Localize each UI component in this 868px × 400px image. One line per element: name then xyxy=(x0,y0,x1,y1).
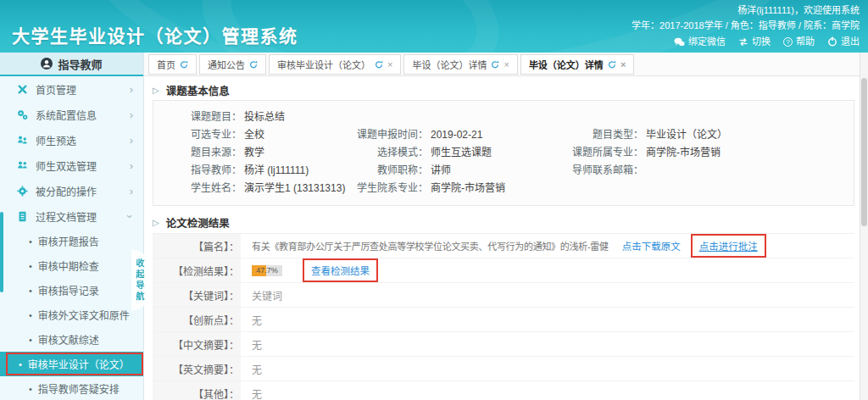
vertical-scrollbar-thumb[interactable] xyxy=(861,78,867,226)
app-title: 大学生毕业设计（论文）管理系统 xyxy=(12,22,298,47)
info-row: 课题题目：投标总结 xyxy=(153,108,854,126)
tab-bar: 首页 通知公告 审核毕业设计（论文） × 毕设（论文）详情 × 毕设（论文）详情… xyxy=(144,53,868,76)
gears-icon xyxy=(17,109,28,120)
annotation-box-view-result: 查看检测结果 xyxy=(303,258,378,282)
section-detection-header: ▷ 论文检测结果 xyxy=(153,214,868,230)
detection-row-innovation: 【创新点】： 无 xyxy=(153,308,854,332)
bullet-icon: • xyxy=(29,384,32,394)
document-icon xyxy=(17,211,28,222)
chevron-right-icon: › xyxy=(130,160,133,171)
basic-info-panel: 课题题目：投标总结 可选专业：全校 课题申报时间：2019-02-21 题目类型… xyxy=(153,100,854,206)
sidebar-subitem-review-proposal[interactable]: • 审核开题报告 xyxy=(0,229,143,253)
tools-icon xyxy=(17,84,28,95)
sidebar-item-preselect[interactable]: 师生预选 › xyxy=(0,127,143,153)
section-title: 课题基本信息 xyxy=(166,82,230,98)
section-basic-info-header: ▷ 课题基本信息 xyxy=(153,82,868,97)
sidebar-item-process-docs[interactable]: 过程文档管理 › xyxy=(0,203,143,229)
page-content: ▷ 课题基本信息 课题题目：投标总结 可选专业：全校 课题申报时间：2019-0… xyxy=(144,82,868,400)
section-marker-icon: ▷ xyxy=(153,218,159,227)
wechat-icon xyxy=(674,37,685,47)
sidebar-subitem-review-translation[interactable]: • 审核外文译文和原件 xyxy=(0,303,143,327)
paper-title-value: 有关《教育部办公厅关于严厉查处高等学校学位论文买卖、代写行为的通知》的浅析-雷健 xyxy=(252,239,609,253)
section-marker-icon: ▷ xyxy=(153,86,159,95)
bullet-icon: • xyxy=(29,310,32,320)
sidebar-item-home-management[interactable]: 首页管理 › xyxy=(0,76,143,102)
refresh-icon[interactable] xyxy=(608,60,616,69)
detection-row-keywords: 【关键词】： 关键词 xyxy=(153,283,854,308)
help-button[interactable]: ? 帮助 xyxy=(783,34,815,49)
detection-row-result: 【检测结果】： 47.7% 查看检测结果 xyxy=(153,258,854,283)
switch-role-button[interactable]: 切换 xyxy=(738,34,771,49)
sidebar-subitem-review-literature[interactable]: • 审核文献综述 xyxy=(0,327,143,352)
sidebar-subitem-review-guidance[interactable]: • 审核指导记录 xyxy=(0,278,143,303)
refresh-icon[interactable] xyxy=(491,60,499,69)
bind-wechat-button[interactable]: 绑定微信 xyxy=(674,34,726,49)
logout-button[interactable]: 退出 xyxy=(827,34,860,49)
info-row: 学生姓名：演示学生1 (13131313) 学生院系专业：商学院-市场营销 xyxy=(153,180,854,197)
vertical-scrollbar[interactable] xyxy=(860,53,868,400)
user-icon xyxy=(41,58,53,69)
bullet-icon: • xyxy=(29,261,32,271)
chevron-down-icon: › xyxy=(124,214,135,218)
role-title: 指导教师 xyxy=(58,56,102,72)
detection-row-cn-abstract: 【中文摘要】： 无 xyxy=(153,332,854,357)
detection-table: 【篇名】： 有关《教育部办公厅关于严厉查处高等学校学位论文买卖、代写行为的通知》… xyxy=(153,233,854,400)
annotate-link[interactable]: 点击进行批注 xyxy=(699,239,758,253)
tab-thesis-detail-2[interactable]: 毕设（论文）详情 × xyxy=(520,54,634,75)
detection-row-other: 【其他】： 无 xyxy=(153,381,854,400)
info-row: 指导教师：杨洋 (lj111111) 教师职称：讲师 导师联系邮箱： xyxy=(153,162,854,180)
sidebar-subitem-review-thesis[interactable]: • 审核毕业设计（论文） xyxy=(0,352,143,376)
section-title: 论文检测结果 xyxy=(166,214,230,231)
bullet-icon: • xyxy=(29,335,32,345)
sidebar-item-mutual-select[interactable]: 师生双选管理 › xyxy=(0,153,143,178)
bullet-icon: • xyxy=(29,286,32,296)
detection-row-title: 【篇名】： 有关《教育部办公厅关于严厉查处高等学校学位论文买卖、代写行为的通知》… xyxy=(153,234,854,258)
sidebar-subitem-review-midterm[interactable]: • 审核中期检查 xyxy=(0,253,143,278)
collapse-nav-tab[interactable]: 收起导航 xyxy=(131,249,147,311)
sidebar-item-system-config[interactable]: 系统配置信息 › xyxy=(0,102,143,127)
tab-thesis-detail-1[interactable]: 毕设（论文）详情 × xyxy=(403,54,517,75)
sidebar-subitem-qa-schedule[interactable]: • 指导教师答疑安排 xyxy=(0,376,143,400)
detection-progress-bar: 47.7% xyxy=(252,265,282,276)
refresh-icon[interactable] xyxy=(249,60,258,69)
tab-home[interactable]: 首页 xyxy=(148,54,197,75)
bullet-icon: • xyxy=(29,236,32,247)
switch-icon xyxy=(738,37,748,47)
power-icon xyxy=(827,36,837,47)
chevron-right-icon: › xyxy=(130,84,133,95)
close-icon[interactable]: × xyxy=(620,59,626,69)
refresh-icon[interactable] xyxy=(180,60,188,69)
detection-row-en-abstract: 【英文摘要】： 无 xyxy=(153,357,854,381)
welcome-text: 杨洋(lj111111)，欢迎使用系统 xyxy=(632,3,860,18)
users-icon xyxy=(17,135,28,146)
tab-announcements[interactable]: 通知公告 xyxy=(199,54,266,75)
sidebar: 指导教师 首页管理 › 系统配置信息 › 师生预选 › 师生双选管理 › 被分配… xyxy=(0,53,144,400)
session-meta: 学年：2017-2018学年 / 角色：指导教师 / 院系：商学院 xyxy=(632,18,860,33)
close-icon[interactable]: × xyxy=(387,59,392,69)
info-row: 可选专业：全校 课题申报时间：2019-02-21 题目类型：毕业设计（论文） xyxy=(153,126,854,144)
chevron-right-icon: › xyxy=(130,109,133,120)
topic-title-value: 投标总结 xyxy=(242,108,285,126)
annotation-box-annotate-link: 点击进行批注 xyxy=(691,234,766,258)
annotation-box-sidebar: • 审核毕业设计（论文） xyxy=(6,353,143,375)
close-icon[interactable]: × xyxy=(504,59,509,69)
detection-percent: 47.7% xyxy=(252,265,282,276)
main-area: 首页 通知公告 审核毕业设计（论文） × 毕设（论文）详情 × 毕设（论文）详情… xyxy=(144,53,868,400)
sidebar-scrollbar-thumb[interactable] xyxy=(0,212,3,292)
app-header: 大学生毕业设计（论文）管理系统 杨洋(lj111111)，欢迎使用系统 学年：2… xyxy=(0,0,868,53)
chevron-right-icon: › xyxy=(130,186,133,197)
chevron-right-icon: › xyxy=(130,135,133,146)
download-original-link[interactable]: 点击下载原文 xyxy=(622,239,681,253)
sidebar-item-assigned-ops[interactable]: 被分配的操作 › xyxy=(0,178,143,203)
info-row: 题目来源：教学 选择模式：师生互选课题 课题所属专业：商学院-市场营销 xyxy=(153,144,854,162)
refresh-icon[interactable] xyxy=(375,60,383,69)
users-group-icon xyxy=(17,160,28,171)
bullet-icon: • xyxy=(19,359,22,369)
tab-review-thesis[interactable]: 审核毕业设计（论文） × xyxy=(269,54,401,75)
sidebar-role-header: 指导教师 xyxy=(0,53,143,76)
cog-icon xyxy=(17,186,28,197)
help-icon: ? xyxy=(783,37,793,47)
view-detection-result-link[interactable]: 查看检测结果 xyxy=(311,264,370,277)
